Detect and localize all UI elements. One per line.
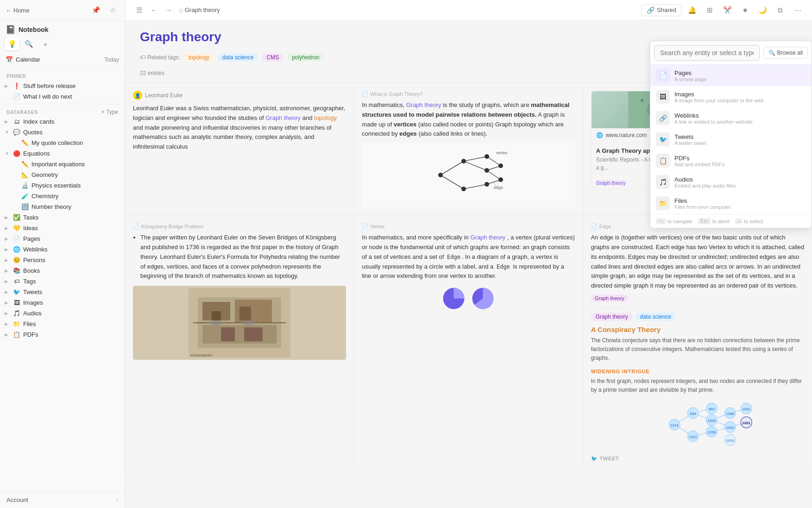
home-link[interactable]: ← Home <box>6 7 30 14</box>
svg-line-7 <box>487 170 501 180</box>
vertex-gt-link[interactable]: Graph theory <box>470 234 505 241</box>
konigsberg-poly-link[interactable]: polyhedron <box>251 263 281 270</box>
article-tag-ds[interactable]: data science <box>636 313 676 321</box>
add-type-btn[interactable]: + Type <box>101 109 118 115</box>
search-tab[interactable]: 🔍 <box>21 38 36 50</box>
article-inline: Graph theory data science A Conspiracy T… <box>591 307 804 462</box>
sidebar-item-tasks[interactable]: ▶ ✅ Tasks <box>0 212 125 223</box>
sidebar-item-chemistry[interactable]: 🧪 Chemistry <box>0 191 125 201</box>
sidebar-item-geometry[interactable]: 📐 Geometry <box>0 169 125 180</box>
sidebar-item-index-cards[interactable]: ▶ 🗂 Index cards <box>0 116 125 127</box>
konigsberg-topo-link[interactable]: topology <box>275 272 297 279</box>
search-entity-input[interactable] <box>654 45 760 61</box>
card2-gt-link[interactable]: Graph theory <box>406 101 441 108</box>
sidebar-item-pdfs[interactable]: ▶ 📋 PDFs <box>0 329 125 340</box>
expand-icon: ▶ <box>5 119 10 124</box>
sidebar-item-files[interactable]: ▶ 📁 Files <box>0 319 125 329</box>
browse-all-btn[interactable]: 🔍 Browse all <box>763 47 808 59</box>
sidebar-item-number-theory[interactable]: 🔢 Number theory <box>0 201 125 212</box>
sidebar-collapse-btn[interactable]: ☰ <box>132 4 145 17</box>
scissors-icon-btn[interactable]: ✂️ <box>720 3 734 17</box>
sidebar-item-physics-essentials[interactable]: 🔬 Physics essentials <box>0 180 125 191</box>
weblinks-item-name: Weblinks <box>674 112 806 119</box>
chevron-right-icon[interactable]: › <box>116 496 118 503</box>
search-item-audios[interactable]: 🎵 Audios Embed and play audio files <box>650 171 812 193</box>
svg-text:1002: 1002 <box>726 426 734 430</box>
sidebar-item-tags[interactable]: ▶ 🏷 Tags <box>0 276 125 287</box>
svg-line-0 <box>441 161 464 175</box>
euler-text-3: and made pioneering and influential disc… <box>133 124 332 151</box>
tag-cms[interactable]: CMS <box>262 53 283 62</box>
hint-navigate-key: ↑↓ <box>656 218 666 224</box>
web-tag[interactable]: Graph theory <box>596 180 626 186</box>
svg-rect-38 <box>202 325 277 344</box>
grid-icon-btn[interactable]: ⊞ <box>703 3 717 17</box>
sidebar-item-my-quote-collection[interactable]: ✏️ My quote collection <box>0 138 125 148</box>
audios-icon: 🎵 <box>13 310 21 317</box>
plus-tab[interactable]: + <box>38 38 53 50</box>
tag-polyhedron[interactable]: polyhedron <box>287 53 324 62</box>
sidebar-item-weblinks[interactable]: ▶ 🌐 Weblinks <box>0 244 125 255</box>
search-item-files[interactable]: 📁 Files Files from your computer <box>650 193 812 214</box>
sidebar-item-images[interactable]: ▶ 🖼 Images <box>0 297 125 308</box>
copy-icon-btn[interactable]: ⧉ <box>773 3 787 17</box>
back-btn[interactable]: ← <box>147 4 160 17</box>
card2-body: In mathematics, Graph theory is the stud… <box>362 100 575 139</box>
article-tag-gt[interactable]: Graph theory <box>591 313 633 321</box>
important-equations-icon: ✏️ <box>21 161 29 168</box>
bulb-tab[interactable]: 💡 <box>5 38 19 50</box>
search-item-pdfs[interactable]: 📋 PDFs Add and embed PDFs <box>650 150 812 171</box>
sidebar-item-important-equations[interactable]: ✏️ Important equations <box>0 159 125 169</box>
more-icon-btn[interactable]: ⋯ <box>791 3 805 17</box>
author-name: Leonhard Euler <box>145 92 183 99</box>
account-label: Account <box>6 496 28 503</box>
forward-btn[interactable]: → <box>162 4 175 17</box>
konigsberg-image: KÖNIGSBERG <box>133 286 346 360</box>
files-item-desc: Files from your computer <box>674 204 806 210</box>
euler-topology-link[interactable]: topology <box>314 114 337 121</box>
sidebar-item-books[interactable]: ▶ 📚 Books <box>0 265 125 276</box>
pie-charts <box>362 286 575 311</box>
home-label: Home <box>13 7 30 14</box>
sidebar-item-tweets[interactable]: ▶ 🐦 Tweets <box>0 287 125 297</box>
search-dropdown: 🔍 Browse all 📄 Pages A simple page 🖼 Ima… <box>650 41 812 228</box>
edge-graph-theory-tag[interactable]: Graph theory <box>591 295 628 302</box>
geometry-icon: 📐 <box>21 171 29 178</box>
svg-point-13 <box>485 168 489 173</box>
sidebar-item-audios[interactable]: ▶ 🎵 Audios <box>0 308 125 319</box>
pages-item-desc: A simple page <box>674 76 806 82</box>
star-icon-btn[interactable]: ☆ <box>106 4 119 17</box>
search-item-tweets[interactable]: 🐦 Tweets A twitter tweet <box>650 129 812 150</box>
svg-text:992: 992 <box>708 407 715 411</box>
search-item-pages[interactable]: 📄 Pages A simple page <box>650 65 812 86</box>
search-item-images[interactable]: 🖼 Images A image from your computer or t… <box>650 86 812 107</box>
sidebar-item-quotes[interactable]: ▼ 💬 Quotes <box>0 127 125 138</box>
search-item-weblinks[interactable]: 🔗 Weblinks A link or embed to another we… <box>650 107 812 129</box>
expand-icon: ▶ <box>5 83 10 88</box>
sidebar-item-ideas[interactable]: ▶ 💛 Ideas <box>0 223 125 233</box>
databases-header: DATABASES + Type <box>0 106 125 116</box>
expand-icon: ▶ <box>5 257 10 263</box>
sidebar-item-what-i-will-do-next[interactable]: 📄 What I will do next <box>0 91 125 102</box>
topbar-right: 🔗 Shared 🔔 ⊞ ✂️ ★ 🌙 ⧉ ⋯ <box>642 3 805 17</box>
shared-btn[interactable]: 🔗 Shared <box>642 4 681 16</box>
sidebar-item-persons[interactable]: ▶ 😊 Persons <box>0 255 125 265</box>
pages-icon: 📄 <box>13 235 21 242</box>
today-btn[interactable]: Today <box>104 56 119 63</box>
bell-icon-btn[interactable]: 🔔 <box>685 3 699 17</box>
breadcrumb: ◇ Graph theory <box>179 6 220 13</box>
sidebar-item-stuff-before-release[interactable]: ▶ ❗ Stuff before release <box>0 81 125 91</box>
geometry-label: Geometry <box>31 171 120 178</box>
search-icon: 🔍 <box>768 50 775 56</box>
euler-graph-theory-link[interactable]: Graph theory <box>265 114 301 121</box>
tag-topology[interactable]: topology <box>184 53 214 62</box>
ideas-label: Ideas <box>23 225 120 232</box>
sidebar-item-pages[interactable]: ▶ 📄 Pages <box>0 233 125 244</box>
star-icon-btn[interactable]: ★ <box>738 3 752 17</box>
pdfs-item-icon: 📋 <box>656 154 670 168</box>
pin-icon-btn[interactable]: 📌 <box>89 4 102 17</box>
moon-icon-btn[interactable]: 🌙 <box>755 3 769 17</box>
svg-line-3 <box>464 161 487 170</box>
tag-datascience[interactable]: data science <box>218 53 258 62</box>
sidebar-item-equations[interactable]: ▼ 🔴 Equations <box>0 148 125 159</box>
